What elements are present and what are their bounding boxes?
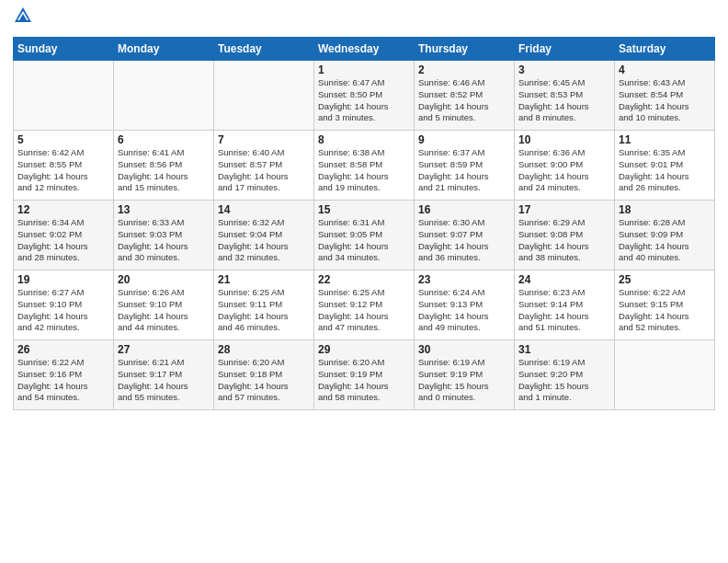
day-info: Sunrise: 6:30 AM Sunset: 9:07 PM Dayligh… bbox=[418, 217, 510, 264]
day-cell: 6Sunrise: 6:41 AM Sunset: 8:56 PM Daylig… bbox=[114, 131, 214, 201]
day-cell: 19Sunrise: 6:27 AM Sunset: 9:10 PM Dayli… bbox=[14, 270, 114, 340]
day-info: Sunrise: 6:47 AM Sunset: 8:50 PM Dayligh… bbox=[318, 77, 410, 124]
day-info: Sunrise: 6:32 AM Sunset: 9:04 PM Dayligh… bbox=[218, 217, 310, 264]
day-info: Sunrise: 6:38 AM Sunset: 8:58 PM Dayligh… bbox=[318, 147, 410, 194]
day-number: 17 bbox=[518, 203, 610, 216]
day-number: 3 bbox=[518, 63, 610, 76]
day-number: 7 bbox=[218, 133, 310, 146]
day-number: 27 bbox=[118, 343, 210, 356]
day-cell: 23Sunrise: 6:24 AM Sunset: 9:13 PM Dayli… bbox=[415, 270, 515, 340]
day-info: Sunrise: 6:43 AM Sunset: 8:54 PM Dayligh… bbox=[619, 77, 711, 124]
day-number: 25 bbox=[619, 273, 711, 286]
day-cell: 2Sunrise: 6:46 AM Sunset: 8:52 PM Daylig… bbox=[415, 61, 515, 131]
day-cell: 12Sunrise: 6:34 AM Sunset: 9:02 PM Dayli… bbox=[14, 201, 114, 270]
day-info: Sunrise: 6:20 AM Sunset: 9:19 PM Dayligh… bbox=[318, 357, 410, 404]
day-number: 11 bbox=[619, 133, 711, 146]
weekday-header-monday: Monday bbox=[114, 38, 214, 61]
day-cell: 9Sunrise: 6:37 AM Sunset: 8:59 PM Daylig… bbox=[415, 131, 515, 201]
day-cell: 5Sunrise: 6:42 AM Sunset: 8:55 PM Daylig… bbox=[14, 131, 114, 201]
day-number: 26 bbox=[17, 343, 109, 356]
day-number: 10 bbox=[518, 133, 610, 146]
calendar-page: SundayMondayTuesdayWednesdayThursdayFrid… bbox=[0, 0, 728, 563]
day-info: Sunrise: 6:41 AM Sunset: 8:56 PM Dayligh… bbox=[118, 147, 210, 194]
day-cell: 24Sunrise: 6:23 AM Sunset: 9:14 PM Dayli… bbox=[515, 270, 615, 340]
header bbox=[13, 9, 715, 29]
day-info: Sunrise: 6:23 AM Sunset: 9:14 PM Dayligh… bbox=[518, 287, 610, 334]
day-number: 24 bbox=[518, 273, 610, 286]
day-number: 18 bbox=[619, 203, 711, 216]
day-cell: 15Sunrise: 6:31 AM Sunset: 9:05 PM Dayli… bbox=[314, 201, 415, 270]
day-info: Sunrise: 6:36 AM Sunset: 9:00 PM Dayligh… bbox=[518, 147, 610, 194]
day-number: 20 bbox=[118, 273, 210, 286]
week-row-2: 5Sunrise: 6:42 AM Sunset: 8:55 PM Daylig… bbox=[14, 131, 715, 201]
day-number: 23 bbox=[418, 273, 510, 286]
day-info: Sunrise: 6:22 AM Sunset: 9:15 PM Dayligh… bbox=[619, 287, 711, 334]
week-row-4: 19Sunrise: 6:27 AM Sunset: 9:10 PM Dayli… bbox=[14, 270, 715, 340]
day-number: 30 bbox=[418, 343, 510, 356]
day-number: 8 bbox=[318, 133, 410, 146]
day-cell: 13Sunrise: 6:33 AM Sunset: 9:03 PM Dayli… bbox=[114, 201, 214, 270]
day-info: Sunrise: 6:25 AM Sunset: 9:11 PM Dayligh… bbox=[218, 287, 310, 334]
day-info: Sunrise: 6:28 AM Sunset: 9:09 PM Dayligh… bbox=[619, 217, 711, 264]
day-info: Sunrise: 6:19 AM Sunset: 9:19 PM Dayligh… bbox=[418, 357, 510, 404]
day-cell: 1Sunrise: 6:47 AM Sunset: 8:50 PM Daylig… bbox=[314, 61, 415, 131]
day-number: 19 bbox=[17, 273, 109, 286]
day-cell: 29Sunrise: 6:20 AM Sunset: 9:19 PM Dayli… bbox=[314, 340, 415, 410]
weekday-header-tuesday: Tuesday bbox=[214, 38, 314, 61]
day-cell: 14Sunrise: 6:32 AM Sunset: 9:04 PM Dayli… bbox=[214, 201, 314, 270]
day-number: 6 bbox=[118, 133, 210, 146]
day-number: 31 bbox=[518, 343, 610, 356]
day-cell: 7Sunrise: 6:40 AM Sunset: 8:57 PM Daylig… bbox=[214, 131, 314, 201]
day-cell: 22Sunrise: 6:25 AM Sunset: 9:12 PM Dayli… bbox=[314, 270, 415, 340]
day-info: Sunrise: 6:22 AM Sunset: 9:16 PM Dayligh… bbox=[17, 357, 109, 404]
day-number: 14 bbox=[218, 203, 310, 216]
weekday-header-thursday: Thursday bbox=[415, 38, 515, 61]
day-number: 2 bbox=[418, 63, 510, 76]
day-cell: 27Sunrise: 6:21 AM Sunset: 9:17 PM Dayli… bbox=[114, 340, 214, 410]
day-info: Sunrise: 6:42 AM Sunset: 8:55 PM Dayligh… bbox=[17, 147, 109, 194]
day-info: Sunrise: 6:21 AM Sunset: 9:17 PM Dayligh… bbox=[118, 357, 210, 404]
day-cell: 18Sunrise: 6:28 AM Sunset: 9:09 PM Dayli… bbox=[615, 201, 715, 270]
weekday-header-row: SundayMondayTuesdayWednesdayThursdayFrid… bbox=[14, 38, 715, 61]
weekday-header-wednesday: Wednesday bbox=[314, 38, 415, 61]
day-info: Sunrise: 6:24 AM Sunset: 9:13 PM Dayligh… bbox=[418, 287, 510, 334]
day-number: 22 bbox=[318, 273, 410, 286]
day-cell bbox=[114, 61, 214, 131]
day-cell: 17Sunrise: 6:29 AM Sunset: 9:08 PM Dayli… bbox=[515, 201, 615, 270]
day-cell bbox=[615, 340, 715, 410]
logo bbox=[13, 9, 35, 29]
day-info: Sunrise: 6:19 AM Sunset: 9:20 PM Dayligh… bbox=[518, 357, 610, 404]
day-number: 29 bbox=[318, 343, 410, 356]
day-cell: 11Sunrise: 6:35 AM Sunset: 9:01 PM Dayli… bbox=[615, 131, 715, 201]
day-info: Sunrise: 6:34 AM Sunset: 9:02 PM Dayligh… bbox=[17, 217, 109, 264]
weekday-header-sunday: Sunday bbox=[14, 38, 114, 61]
weekday-header-friday: Friday bbox=[515, 38, 615, 61]
week-row-5: 26Sunrise: 6:22 AM Sunset: 9:16 PM Dayli… bbox=[14, 340, 715, 410]
day-number: 28 bbox=[218, 343, 310, 356]
day-cell: 25Sunrise: 6:22 AM Sunset: 9:15 PM Dayli… bbox=[615, 270, 715, 340]
week-row-1: 1Sunrise: 6:47 AM Sunset: 8:50 PM Daylig… bbox=[14, 61, 715, 131]
day-info: Sunrise: 6:27 AM Sunset: 9:10 PM Dayligh… bbox=[17, 287, 109, 334]
day-number: 13 bbox=[118, 203, 210, 216]
day-cell: 21Sunrise: 6:25 AM Sunset: 9:11 PM Dayli… bbox=[214, 270, 314, 340]
day-cell: 20Sunrise: 6:26 AM Sunset: 9:10 PM Dayli… bbox=[114, 270, 214, 340]
day-cell: 26Sunrise: 6:22 AM Sunset: 9:16 PM Dayli… bbox=[14, 340, 114, 410]
day-cell: 31Sunrise: 6:19 AM Sunset: 9:20 PM Dayli… bbox=[515, 340, 615, 410]
day-info: Sunrise: 6:31 AM Sunset: 9:05 PM Dayligh… bbox=[318, 217, 410, 264]
day-number: 1 bbox=[318, 63, 410, 76]
day-number: 5 bbox=[17, 133, 109, 146]
day-cell: 16Sunrise: 6:30 AM Sunset: 9:07 PM Dayli… bbox=[415, 201, 515, 270]
day-cell bbox=[214, 61, 314, 131]
day-info: Sunrise: 6:37 AM Sunset: 8:59 PM Dayligh… bbox=[418, 147, 510, 194]
day-info: Sunrise: 6:33 AM Sunset: 9:03 PM Dayligh… bbox=[118, 217, 210, 264]
day-cell: 3Sunrise: 6:45 AM Sunset: 8:53 PM Daylig… bbox=[515, 61, 615, 131]
day-cell: 30Sunrise: 6:19 AM Sunset: 9:19 PM Dayli… bbox=[415, 340, 515, 410]
weekday-header-saturday: Saturday bbox=[615, 38, 715, 61]
day-number: 16 bbox=[418, 203, 510, 216]
day-cell: 10Sunrise: 6:36 AM Sunset: 9:00 PM Dayli… bbox=[515, 131, 615, 201]
logo-icon bbox=[13, 6, 33, 26]
calendar-table: SundayMondayTuesdayWednesdayThursdayFrid… bbox=[13, 37, 715, 410]
day-cell bbox=[14, 61, 114, 131]
day-cell: 28Sunrise: 6:20 AM Sunset: 9:18 PM Dayli… bbox=[214, 340, 314, 410]
day-info: Sunrise: 6:46 AM Sunset: 8:52 PM Dayligh… bbox=[418, 77, 510, 124]
